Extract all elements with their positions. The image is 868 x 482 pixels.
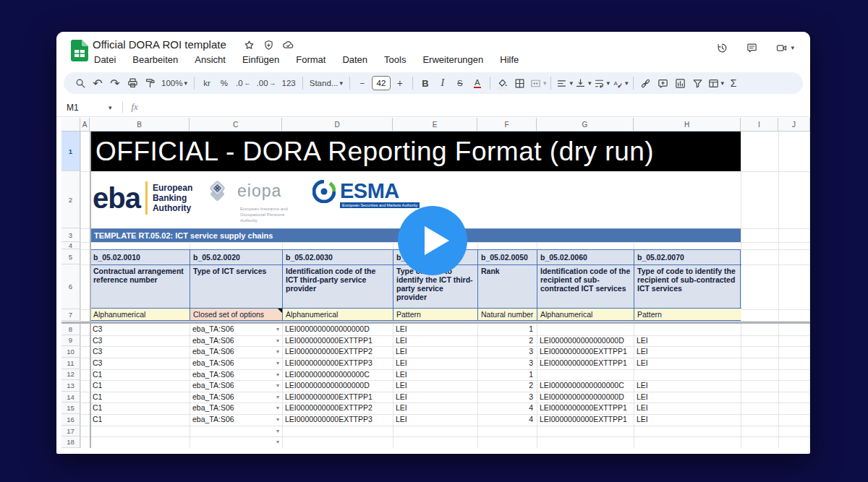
column-header-B[interactable]: B <box>90 118 190 132</box>
cell-G8[interactable] <box>537 324 634 335</box>
shield-approval-icon[interactable] <box>263 39 275 51</box>
cell-H12[interactable] <box>634 369 741 381</box>
text-rotation-button[interactable]: A▾ <box>611 74 629 92</box>
functions-button[interactable]: Σ <box>726 74 741 92</box>
column-header-J[interactable]: J <box>778 118 810 132</box>
name-box[interactable]: M1 <box>67 103 109 113</box>
cell-G15[interactable]: LEI0000000000EXTTPP1 <box>537 403 634 414</box>
field-code-cell-2[interactable]: b_05.02.0020 <box>190 250 283 265</box>
cell-B12[interactable]: C1 <box>90 369 190 381</box>
search-button[interactable] <box>72 74 88 92</box>
cell-F12[interactable]: 1 <box>477 369 537 381</box>
field-description-cell-6[interactable]: Identification code of the recipient of … <box>537 265 634 309</box>
grid-corner-box[interactable] <box>61 118 80 132</box>
column-header-I[interactable]: I <box>741 118 778 132</box>
insert-link-button[interactable] <box>638 74 654 92</box>
percent-format-button[interactable]: % <box>216 74 232 92</box>
cell-B17[interactable] <box>90 426 190 437</box>
text-wrap-button[interactable]: ▾ <box>593 74 610 92</box>
field-code-cell-1[interactable]: b_05.02.0010 <box>90 250 190 265</box>
increase-decimal-button[interactable]: .00→ <box>255 74 278 92</box>
field-code-cell-6[interactable]: b_05.02.0060 <box>537 250 634 265</box>
column-header-D[interactable]: D <box>282 118 393 132</box>
cell-H18[interactable] <box>634 436 741 448</box>
cell-F13[interactable]: 2 <box>477 380 537 392</box>
cell-G17[interactable] <box>537 426 634 437</box>
menu-einfgen[interactable]: Einfügen <box>241 53 281 66</box>
dropdown-chevron-icon[interactable]: ▾ <box>271 403 279 414</box>
cell-B18[interactable] <box>90 436 190 448</box>
cell-C12[interactable]: eba_TA:S06▾ <box>190 369 282 381</box>
cell-F15[interactable]: 4 <box>477 403 537 414</box>
column-header-E[interactable]: E <box>393 118 477 132</box>
cell-C15[interactable]: eba_TA:S06▾ <box>190 403 282 414</box>
italic-button[interactable]: I <box>435 74 451 92</box>
dropdown-chevron-icon[interactable]: ▾ <box>271 324 279 335</box>
column-header-A[interactable]: A <box>80 118 90 132</box>
cell-F14[interactable]: 3 <box>477 392 537 403</box>
row-header-18[interactable]: 18 <box>61 436 80 448</box>
field-type-cell-4[interactable]: Pattern <box>393 309 478 320</box>
redo-button[interactable]: ↷ <box>107 74 123 92</box>
row-header-15[interactable]: 15 <box>61 403 80 414</box>
row-header-12[interactable]: 12 <box>61 369 80 381</box>
menu-ansicht[interactable]: Ansicht <box>193 53 227 66</box>
cell-E15[interactable]: LEI <box>393 403 477 414</box>
cell-B16[interactable]: C1 <box>90 414 190 426</box>
cell-E8[interactable]: LEI <box>393 324 477 335</box>
increase-font-size-button[interactable]: + <box>392 74 408 92</box>
field-type-cell-6[interactable]: Alphanumerical <box>537 309 634 320</box>
cell-F18[interactable] <box>477 436 537 448</box>
row-header-3[interactable]: 3 <box>61 228 80 242</box>
print-button[interactable] <box>124 74 140 92</box>
font-size-input[interactable]: 42 <box>372 76 391 90</box>
column-header-H[interactable]: H <box>634 118 741 132</box>
field-description-cell-7[interactable]: Type of code to identify the recipient o… <box>634 265 741 309</box>
cell-D12[interactable]: LEI0000000000000000C <box>282 369 393 381</box>
row-header-17[interactable]: 17 <box>61 426 80 437</box>
cell-F8[interactable]: 1 <box>477 324 537 335</box>
cell-H11[interactable]: LEI <box>634 358 741 369</box>
menu-hilfe[interactable]: Hilfe <box>498 53 520 66</box>
cell-E18[interactable] <box>393 436 477 448</box>
number-format-button[interactable]: 123 <box>280 74 298 92</box>
cell-B8[interactable]: C3 <box>90 324 190 335</box>
cell-D14[interactable]: LEI0000000000EXTTPP1 <box>282 392 393 403</box>
dropdown-chevron-icon[interactable]: ▾ <box>271 346 279 358</box>
create-filter-button[interactable] <box>690 74 706 92</box>
field-description-cell-5[interactable]: Rank <box>478 265 537 309</box>
cell-H15[interactable]: LEI <box>634 403 741 414</box>
undo-button[interactable]: ↶ <box>90 74 106 92</box>
star-icon[interactable] <box>243 39 255 51</box>
cell-D9[interactable]: LEI0000000000EXTTPP1 <box>282 335 393 347</box>
cell-H9[interactable]: LEI <box>634 335 741 347</box>
cell-E11[interactable]: LEI <box>393 358 477 369</box>
field-description-cell-3[interactable]: Identification code of the ICT third-par… <box>283 265 393 309</box>
font-select[interactable]: Stand...▾ <box>307 74 345 92</box>
field-code-cell-5[interactable]: b_05.02.0050 <box>478 250 537 265</box>
decrease-decimal-button[interactable]: .0← <box>234 74 253 92</box>
cell-C18[interactable]: ▾ <box>190 436 282 448</box>
cell-B9[interactable]: C3 <box>90 335 190 347</box>
insert-comment-button[interactable] <box>655 74 671 92</box>
cell-B10[interactable]: C3 <box>90 346 190 358</box>
field-type-cell-3[interactable]: Alphanumerical <box>283 309 393 320</box>
cell-E10[interactable]: LEI <box>393 346 477 358</box>
menu-bearbeiten[interactable]: Bearbeiten <box>131 53 179 66</box>
dropdown-chevron-icon[interactable]: ▾ <box>271 392 279 403</box>
row-header-6[interactable]: 6 <box>61 264 80 309</box>
row-header-2[interactable]: 2 <box>61 171 80 228</box>
cell-D11[interactable]: LEI0000000000EXTTPP3 <box>282 358 393 369</box>
borders-button[interactable] <box>512 74 528 92</box>
merge-cells-button[interactable]: ▾ <box>529 74 547 92</box>
row-header-5[interactable]: 5 <box>61 249 80 264</box>
dropdown-chevron-icon[interactable]: ▾ <box>271 358 279 369</box>
cell-B11[interactable]: C3 <box>90 358 190 369</box>
cell-F11[interactable]: 3 <box>477 358 537 369</box>
row-header-8[interactable]: 8 <box>61 324 80 335</box>
field-type-cell-7[interactable]: Pattern <box>634 309 741 320</box>
menu-tools[interactable]: Tools <box>383 53 407 66</box>
fill-color-button[interactable] <box>495 74 511 92</box>
cell-H8[interactable] <box>634 324 741 335</box>
dropdown-chevron-icon[interactable]: ▾ <box>271 380 279 392</box>
